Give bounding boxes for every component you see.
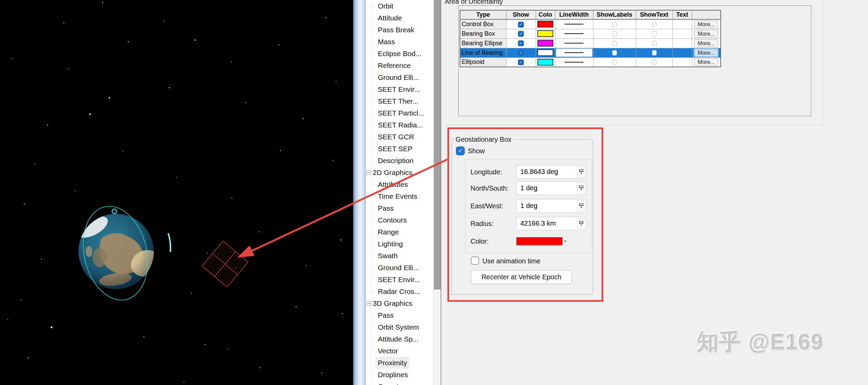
checked-checkbox[interactable]: ✓ — [518, 50, 524, 56]
sidebar-item-attitude[interactable]: Attitude — [366, 12, 433, 24]
sidebar-item-seet-envir[interactable]: SEET Envir... — [366, 83, 433, 95]
sidebar-item-covariance[interactable]: Covariance — [366, 381, 433, 385]
sidebar-item-ground-elli[interactable]: Ground Elli... — [366, 262, 433, 274]
sidebar-item-3d-graphics[interactable]: 3D Graphics — [366, 297, 433, 309]
tree-item-label: 3D Graphics — [373, 297, 412, 309]
sidebar-item-lighting[interactable]: Lighting — [366, 238, 433, 250]
aou-table-header-row: TypeShowColoLineWidthShowLabelsShowTextT… — [460, 10, 721, 19]
color-swatch[interactable] — [537, 40, 553, 47]
aou-row-show-cell: ✓ — [506, 48, 536, 57]
more-button[interactable]: More... — [694, 58, 718, 66]
star — [169, 87, 170, 88]
sidebar-item-orbit-system[interactable]: Orbit System — [366, 321, 433, 333]
sidebar-item-attitude-sp[interactable]: Attitude Sp... — [366, 333, 433, 345]
sidebar-item-range[interactable]: Range — [366, 226, 433, 238]
unchecked-checkbox[interactable] — [652, 60, 657, 65]
unchecked-checkbox[interactable] — [612, 22, 617, 27]
tree-item-label: Swath — [378, 250, 398, 262]
aou-row-type: Control Box — [460, 19, 506, 29]
collapse-icon[interactable] — [367, 170, 371, 175]
table-row[interactable]: Bearing Box✓More... — [460, 29, 721, 38]
sidebar-item-droplines[interactable]: Droplines — [366, 369, 433, 381]
table-row[interactable]: Ellipsoid✓More... — [460, 57, 721, 67]
sidebar-item-vector[interactable]: Vector — [366, 345, 433, 357]
sidebar-item-reference[interactable]: Reference — [366, 59, 433, 71]
aou-row-showlabels-cell — [593, 57, 636, 67]
unchecked-checkbox[interactable] — [612, 60, 617, 65]
color-swatch[interactable] — [537, 21, 553, 28]
aou-row-text-cell — [672, 29, 692, 38]
linewidth-selector[interactable] — [556, 20, 592, 28]
star — [191, 293, 192, 294]
sidebar-item-2d-graphics[interactable]: 2D Graphics — [366, 167, 433, 178]
sidebar-item-contours[interactable]: Contours — [366, 214, 433, 226]
linewidth-selector[interactable] — [556, 58, 592, 66]
linewidth-selector[interactable] — [556, 39, 592, 47]
more-button[interactable]: More... — [694, 30, 718, 38]
more-button[interactable]: More... — [694, 39, 718, 47]
unchecked-checkbox[interactable] — [612, 31, 617, 36]
color-swatch[interactable] — [537, 59, 553, 66]
sidebar-item-seet-gcr[interactable]: SEET GCR — [366, 131, 433, 143]
unchecked-checkbox[interactable] — [652, 31, 657, 36]
sidebar-item-pass[interactable]: Pass — [366, 309, 433, 321]
star — [144, 336, 145, 337]
sidebar-item-seet-radia[interactable]: SEET Radia... — [366, 119, 433, 131]
sidebar-item-seet-sep[interactable]: SEET SEP — [366, 143, 433, 155]
aou-column-header — [692, 10, 721, 19]
star — [342, 313, 343, 314]
aou-column-header: ShowText — [636, 10, 672, 19]
unchecked-checkbox[interactable] — [652, 50, 657, 55]
sidebar-item-pass-break[interactable]: Pass Break — [366, 24, 433, 36]
checked-checkbox[interactable]: ✓ — [518, 31, 524, 37]
area-of-uncertainty-group: TypeShowColoLineWidthShowLabelsShowTextT… — [458, 5, 811, 116]
unchecked-checkbox[interactable] — [612, 41, 617, 46]
tree-scrollbar[interactable] — [433, 0, 441, 385]
star — [102, 2, 103, 3]
sidebar-item-seet-envir[interactable]: SEET Envir... — [366, 274, 433, 285]
color-swatch[interactable] — [537, 49, 553, 56]
checked-checkbox[interactable]: ✓ — [518, 22, 524, 28]
sidebar-item-ground-elli[interactable]: Ground Elli... — [366, 71, 433, 83]
more-button[interactable]: More... — [694, 20, 718, 28]
sidebar-item-seet-ther[interactable]: SEET Ther... — [366, 95, 433, 107]
unchecked-checkbox[interactable] — [652, 22, 657, 27]
sidebar-item-mass[interactable]: Mass — [366, 36, 433, 48]
aou-row-type: Bearing Box — [460, 29, 506, 38]
table-row[interactable]: Control Box✓More... — [460, 19, 721, 29]
window-splitter[interactable] — [353, 0, 366, 385]
checked-checkbox[interactable]: ✓ — [518, 40, 524, 46]
tree-item-label: SEET GCR — [378, 131, 414, 143]
aou-table: TypeShowColoLineWidthShowLabelsShowTextT… — [460, 10, 721, 67]
collapse-icon[interactable] — [367, 301, 371, 305]
tree-item-label: Orbit System — [378, 321, 419, 333]
checked-checkbox[interactable]: ✓ — [518, 59, 524, 65]
3d-view[interactable] — [0, 0, 353, 385]
more-button[interactable]: More... — [694, 49, 718, 57]
aou-row-type: Ellipsoid — [460, 57, 506, 67]
sidebar-item-orbit[interactable]: Orbit — [366, 0, 433, 12]
aou-row-showtext-cell — [636, 29, 672, 38]
tree-scrollbar-thumb[interactable] — [434, 0, 441, 290]
sidebar-item-radar-cros[interactable]: Radar Cros... — [366, 285, 433, 297]
tree-item-label: SEET Envir... — [378, 83, 420, 95]
sidebar-item-attributes[interactable]: Attributes — [366, 178, 433, 190]
table-row[interactable]: Line of Bearing✓More... — [460, 48, 721, 57]
star — [63, 22, 64, 23]
aou-row-color-cell — [536, 38, 555, 48]
sidebar-item-pass[interactable]: Pass — [366, 202, 433, 214]
tree-item-label: Lighting — [378, 238, 403, 250]
tree-item-label: Attributes — [378, 178, 408, 190]
unchecked-checkbox[interactable] — [652, 41, 657, 46]
color-swatch[interactable] — [537, 30, 553, 37]
sidebar-item-time-events[interactable]: Time Events — [366, 190, 433, 202]
sidebar-item-proximity[interactable]: Proximity — [366, 357, 433, 369]
unchecked-checkbox[interactable] — [612, 50, 617, 55]
sidebar-item-seet-particl[interactable]: SEET Particl... — [366, 107, 433, 119]
sidebar-item-eclipse-bod[interactable]: Eclipse Bod... — [366, 48, 433, 59]
linewidth-selector[interactable] — [556, 30, 592, 38]
sidebar-item-description[interactable]: Description — [366, 155, 433, 167]
table-row[interactable]: Bearing Ellipse✓More... — [460, 38, 721, 48]
linewidth-selector[interactable] — [556, 49, 592, 57]
sidebar-item-swath[interactable]: Swath — [366, 250, 433, 262]
